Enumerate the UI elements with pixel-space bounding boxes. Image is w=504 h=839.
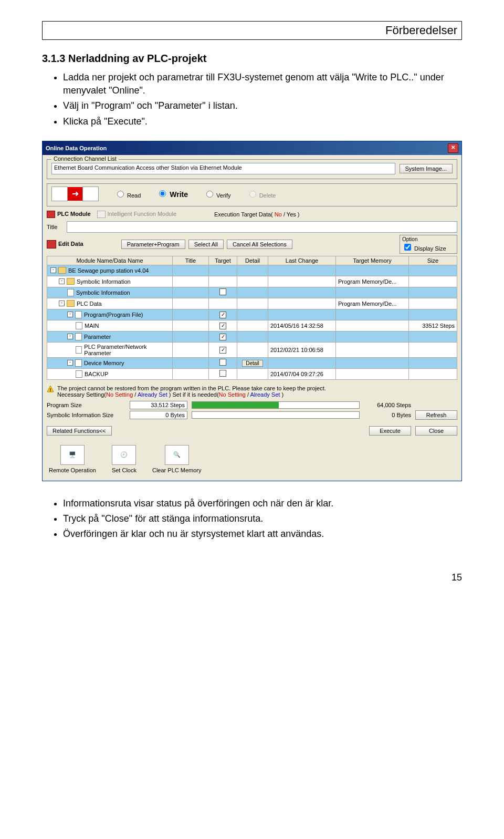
expand-icon[interactable]: -	[67, 334, 73, 339]
data-table: Module Name/Data Name Title Target Detai…	[47, 256, 457, 380]
target-checkbox[interactable]	[219, 370, 226, 377]
ccl-legend: Connection Channel List	[51, 156, 119, 162]
close-icon[interactable]: ✕	[448, 143, 458, 153]
title-label: Title	[47, 224, 62, 230]
target-checkbox[interactable]: ✓	[219, 323, 226, 329]
svg-text:!: !	[50, 387, 51, 392]
delete-radio[interactable]: Delete	[247, 189, 276, 199]
select-all-button[interactable]: Select All	[188, 240, 224, 249]
table-row[interactable]: BACKUP2014/07/04 09:27:26	[47, 368, 457, 379]
warning-icon: !	[47, 385, 54, 392]
expand-icon[interactable]: -	[59, 278, 65, 284]
col-title: Title	[173, 256, 209, 265]
list-item: Välj in "Program" och "Parameter" i list…	[63, 99, 462, 112]
refresh-button[interactable]: Refresh	[415, 410, 457, 420]
connection-channel-fieldset: Connection Channel List Ethernet Board C…	[47, 159, 457, 179]
dialog-title: Online Data Operation	[46, 145, 107, 151]
tab-intelligent-function[interactable]: Intelligent Function Module	[97, 211, 176, 218]
table-row[interactable]: -Parameter✓	[47, 331, 457, 342]
expand-icon[interactable]: -	[67, 360, 73, 366]
expand-icon[interactable]: -	[67, 312, 73, 317]
folder-icon	[67, 278, 75, 285]
file-icon	[76, 346, 82, 354]
target-checkbox[interactable]: ✓	[219, 347, 226, 354]
write-radio[interactable]: Write	[156, 189, 188, 199]
related-functions-button[interactable]: Related Functions<<	[47, 426, 112, 436]
cancel-all-button[interactable]: Cancel All Selections	[227, 240, 292, 249]
read-radio[interactable]: Read	[114, 189, 141, 199]
tab-plc-module[interactable]: PLC Module	[47, 211, 91, 218]
table-row[interactable]: PLC Parameter/Network Parameter✓2012/02/…	[47, 342, 457, 357]
file-icon	[67, 289, 74, 296]
list-item: Ladda ner projekt och parametrar till FX…	[63, 71, 462, 97]
clear-plc-memory-button[interactable]: 🔍 Clear PLC Memory	[152, 445, 202, 473]
sym-size-label: Symbolic Information Size	[47, 412, 125, 418]
col-size: Size	[409, 256, 457, 265]
page-number: 15	[42, 572, 462, 583]
expand-icon[interactable]: -	[50, 267, 56, 273]
option-box: Option Display Size	[400, 235, 457, 254]
list-item: Tryck på "Close" för att stänga informat…	[63, 512, 462, 525]
exec-target-label: Execution Target Data( No / Yes )	[214, 211, 300, 217]
verify-radio[interactable]: Verify	[204, 189, 231, 199]
execute-button[interactable]: Execute	[369, 426, 411, 436]
magnifier-icon: 🔍	[165, 445, 189, 465]
target-checkbox[interactable]	[219, 359, 226, 366]
file-icon	[76, 370, 82, 378]
folder-icon	[58, 267, 66, 274]
list-item: Klicka på "Execute".	[63, 115, 462, 128]
file-icon	[76, 322, 82, 329]
list-item: Överföringen är klar och nu är styrsyste…	[63, 527, 462, 541]
edit-data-label: Edit Data	[47, 240, 83, 248]
col-last: Last Change	[268, 256, 336, 265]
dialog-titlebar: Online Data Operation ✕	[43, 141, 461, 155]
sym-size-value: 0 Bytes	[130, 411, 187, 419]
remote-operation-icon: 🖥️	[60, 445, 85, 465]
parameter-program-button[interactable]: Parameter+Program	[121, 240, 185, 249]
folder-icon	[67, 300, 75, 307]
table-row[interactable]: MAIN✓2014/05/16 14:32:5833512 Steps	[47, 320, 457, 331]
header-text: Förberedelser	[385, 24, 457, 37]
system-image-button[interactable]: System Image...	[400, 164, 453, 173]
target-checkbox[interactable]: ✓	[219, 312, 226, 318]
set-clock-button[interactable]: 🕗 Set Clock	[112, 445, 136, 473]
connection-channel-input[interactable]: Ethernet Board Communication Access othe…	[51, 163, 395, 174]
expand-icon[interactable]: -	[59, 301, 65, 306]
table-row[interactable]: -Symbolic InformationProgram Memory/De..…	[47, 276, 457, 287]
section-heading: 3.1.3 Nerladdning av PLC-projekt	[42, 53, 462, 65]
program-size-label: Program Size	[47, 402, 125, 408]
col-target: Target	[209, 256, 237, 265]
table-row[interactable]: -Device MemoryDetail	[47, 357, 457, 368]
pre-bullet-list: Ladda ner projekt och parametrar till FX…	[42, 71, 462, 128]
sym-size-bar	[192, 411, 360, 419]
list-item: Informationsruta visar status på överför…	[63, 497, 462, 510]
table-row[interactable]: Symbolic Information	[47, 287, 457, 298]
online-data-operation-dialog: Online Data Operation ✕ Connection Chann…	[42, 141, 462, 481]
col-name: Module Name/Data Name	[47, 256, 173, 265]
title-input[interactable]	[67, 221, 457, 233]
program-size-max: 64,000 Steps	[364, 402, 411, 408]
sym-size-max: 0 Bytes	[364, 412, 411, 418]
page-header: Förberedelser	[42, 21, 462, 40]
clock-icon: 🕗	[112, 445, 136, 465]
target-checkbox[interactable]	[219, 288, 226, 295]
warning-row: ! The project cannot be restored from th…	[47, 385, 457, 398]
table-row[interactable]: -Program(Program File)✓	[47, 309, 457, 320]
table-row[interactable]: -PLC DataProgram Memory/De...	[47, 298, 457, 309]
table-row[interactable]: -BE Sewage pump station v4.04	[47, 265, 457, 276]
file-icon	[75, 359, 82, 367]
close-button[interactable]: Close	[415, 426, 457, 436]
detail-button[interactable]: Detail	[242, 360, 263, 367]
transfer-icon: ➜	[51, 187, 99, 201]
file-icon	[75, 333, 82, 340]
target-checkbox[interactable]: ✓	[219, 334, 226, 340]
col-detail: Detail	[237, 256, 268, 265]
remote-operation-button[interactable]: 🖥️ Remote Operation	[49, 445, 96, 473]
mode-fieldset: ➜ Read Write Verify Delete	[47, 183, 457, 206]
program-size-value: 33,512 Steps	[130, 401, 187, 409]
program-size-bar	[192, 401, 360, 409]
post-bullet-list: Informationsruta visar status på överför…	[42, 497, 462, 541]
file-icon	[75, 311, 82, 318]
col-mem: Target Memory	[336, 256, 409, 265]
display-size-checkbox[interactable]: Display Size	[402, 245, 446, 252]
